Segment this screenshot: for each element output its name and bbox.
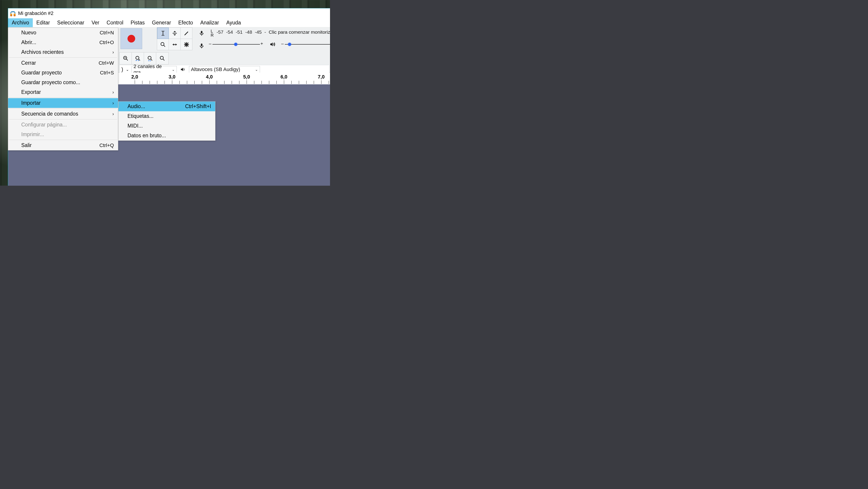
ruler-minor-tick — [276, 81, 277, 84]
menu-analizar[interactable]: Analizar — [197, 18, 223, 27]
magnifier-icon — [159, 55, 165, 61]
svg-point-4 — [135, 56, 139, 59]
file-menu-recent[interactable]: Archivos recientes › — [8, 47, 118, 57]
multi-tool[interactable] — [181, 39, 192, 50]
menu-generar[interactable]: Generar — [148, 18, 175, 27]
chevron-down-icon[interactable]: ⌄ — [126, 67, 129, 72]
ruler-minor-tick — [157, 81, 157, 84]
file-menu-save[interactable]: Guardar proyecto Ctrl+S — [8, 68, 118, 78]
svg-point-0 — [161, 42, 164, 46]
ruler-minor-tick — [299, 81, 299, 84]
fit-project-button[interactable] — [156, 53, 168, 64]
db-tick: -45 — [255, 29, 261, 35]
host-chooser-tail: ) — [121, 66, 123, 73]
envelope-icon — [172, 30, 178, 36]
magnifier-icon — [160, 41, 166, 48]
import-audio[interactable]: Audio... Ctrl+Shift+I — [119, 102, 215, 111]
envelope-tool[interactable] — [169, 28, 181, 39]
menu-item-label: Exportar — [21, 89, 41, 95]
menu-separator — [9, 97, 117, 98]
menu-item-label: Archivos recientes — [21, 49, 64, 55]
ruler-minor-tick — [254, 81, 254, 84]
menu-pistas[interactable]: Pistas — [127, 18, 149, 27]
menu-item-label: Configurar página... — [21, 122, 67, 128]
ruler-minor-tick — [150, 81, 150, 84]
file-menu-exit[interactable]: Salir Ctrl+Q — [8, 140, 118, 150]
ibeam-icon — [160, 30, 166, 36]
menu-seleccionar[interactable]: Seleccionar — [54, 18, 88, 27]
menu-item-label: Nuevo — [21, 30, 36, 36]
menu-item-label: Guardar proyecto — [21, 70, 62, 76]
ruler-minor-tick — [224, 81, 224, 84]
ruler-label: 5,0 — [243, 74, 250, 80]
zoom-tool[interactable] — [157, 39, 169, 50]
file-menu-import[interactable]: Importar › — [8, 98, 118, 108]
recording-channels-combo[interactable]: 2 canales de gra ⌄ — [131, 66, 177, 73]
meter-r-label: R — [211, 33, 214, 37]
menu-item-label: MIDI... — [127, 123, 143, 129]
file-menu-export[interactable]: Exportar › — [8, 87, 118, 97]
menu-archivo[interactable]: Archivo — [8, 18, 33, 27]
speaker-icon — [180, 66, 186, 73]
chevron-down-icon: ⌄ — [172, 67, 175, 72]
audacity-icon — [10, 10, 16, 16]
menu-item-label: Abrir... — [21, 39, 36, 46]
menu-item-accel: Ctrl+Shift+I — [185, 103, 211, 110]
file-menu-open[interactable]: Abrir... Ctrl+O — [8, 37, 118, 47]
menubar: Archivo Editar Seleccionar Ver Control P… — [8, 18, 330, 27]
meter-mic-column — [197, 29, 206, 51]
magnifier-sel-icon — [147, 55, 153, 61]
db-tick: -57 — [217, 29, 223, 35]
file-menu-close[interactable]: Cerrar Ctrl+W — [8, 58, 118, 68]
timeshift-tool[interactable] — [169, 39, 181, 50]
file-menu-chains[interactable]: Secuencia de comandos › — [8, 109, 118, 119]
svg-rect-1 — [201, 31, 203, 34]
ruler-minor-tick — [217, 81, 217, 84]
recording-volume-slider[interactable]: –+ — [213, 42, 260, 47]
recording-meter[interactable]: -57 -54 -51 -48 -45 - Clic para comenzar… — [217, 29, 330, 35]
window-title: Mi grabación #2 — [18, 10, 54, 16]
file-menu-new[interactable]: Nuevo Ctrl+N — [8, 28, 118, 37]
playback-volume-slider[interactable]: –+ — [285, 42, 330, 47]
selection-tool[interactable] — [157, 28, 169, 39]
import-raw[interactable]: Datos en bruto... — [119, 131, 215, 140]
draw-tool[interactable] — [181, 28, 192, 39]
chevron-down-icon: ⌄ — [255, 67, 258, 72]
ruler-label: 3,0 — [168, 74, 176, 80]
file-menu-page-setup: Configurar página... — [8, 120, 118, 130]
playback-device-combo[interactable]: Altavoces (SB Audigy) ⌄ — [189, 66, 260, 73]
menu-item-label: Guardar proyecto como... — [21, 79, 80, 86]
chevron-right-icon: › — [112, 100, 114, 106]
titlebar[interactable]: Mi grabación #2 — [8, 8, 330, 18]
import-labels[interactable]: Etiquetas... — [119, 111, 215, 121]
timeshift-icon — [172, 41, 178, 48]
menu-separator — [9, 140, 117, 140]
import-midi[interactable]: MIDI... — [119, 121, 215, 131]
menu-control[interactable]: Control — [103, 18, 127, 27]
zoom-out-button[interactable] — [132, 53, 144, 64]
menu-item-label: Cerrar — [21, 60, 36, 66]
menu-item-label: Salir — [21, 142, 32, 148]
playback-device-value: Altavoces (SB Audigy) — [191, 66, 240, 73]
ruler-label: 6,0 — [281, 74, 287, 80]
svg-rect-2 — [201, 44, 203, 46]
zoom-in-button[interactable] — [120, 53, 132, 64]
menu-ver[interactable]: Ver — [88, 18, 103, 27]
menu-item-label: Imprimir... — [21, 132, 44, 138]
chevron-right-icon: › — [112, 50, 114, 55]
menu-editar[interactable]: Editar — [33, 18, 54, 27]
meter-lr-labels: L R — [211, 29, 214, 37]
menu-efecto[interactable]: Efecto — [175, 18, 197, 27]
ruler-minor-tick — [194, 81, 195, 84]
speaker-icon — [269, 41, 276, 48]
db-tick: -51 — [236, 29, 243, 35]
edit-zoom-toolbar — [119, 52, 168, 64]
fit-selection-button[interactable] — [144, 53, 156, 64]
ruler-label: 7,0 — [318, 74, 325, 80]
record-button[interactable] — [121, 28, 142, 49]
menu-ayuda[interactable]: Ayuda — [223, 18, 245, 27]
menu-item-label: Etiquetas... — [127, 113, 153, 119]
ruler-minor-tick — [306, 81, 307, 84]
file-menu-saveas[interactable]: Guardar proyecto como... — [8, 78, 118, 87]
tools-toolbar — [157, 27, 192, 50]
